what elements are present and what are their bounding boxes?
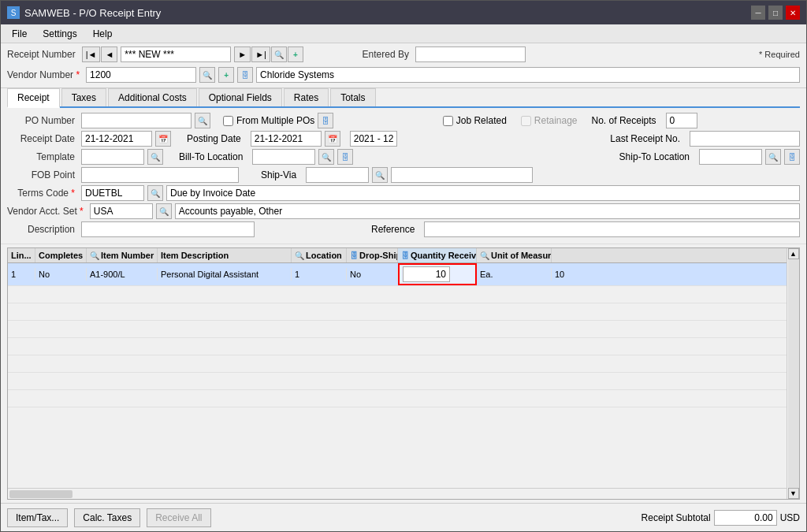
vendor-add-button[interactable]: + xyxy=(218,67,234,83)
vendor-info-button[interactable]: 🗄 xyxy=(237,67,253,83)
ship-via-input[interactable] xyxy=(306,167,369,183)
vendor-acct-set-search-button[interactable]: 🔍 xyxy=(156,203,172,219)
ship-to-info-button[interactable]: 🗄 xyxy=(784,149,800,165)
grid-main: Lin... Completes ... 🔍 Item Number Item … xyxy=(8,248,787,499)
bill-to-location-label: Bill-To Location xyxy=(179,151,243,162)
nav-first-button[interactable]: |◄ xyxy=(82,47,101,62)
col-desc-label: Item Description xyxy=(161,251,229,260)
receipt-date-calendar[interactable]: 📅 xyxy=(155,131,171,147)
new-receipt-button[interactable]: + xyxy=(288,47,303,62)
qty-received-input[interactable] xyxy=(403,266,450,282)
location-search-icon: 🔍 xyxy=(295,251,304,260)
vendor-acct-set-input[interactable] xyxy=(90,203,153,219)
horizontal-scrollbar[interactable] xyxy=(8,488,787,499)
retainage-label: Retainage xyxy=(534,115,578,126)
description-input[interactable] xyxy=(81,221,255,237)
table-row xyxy=(8,286,787,303)
multiple-pos-info-button[interactable]: 🗄 xyxy=(318,113,333,128)
scroll-thumb[interactable] xyxy=(9,490,73,498)
posting-date-input[interactable] xyxy=(251,131,322,147)
calc-taxes-button[interactable]: Calc. Taxes xyxy=(74,508,140,527)
from-multiple-pos-label: From Multiple POs xyxy=(236,115,314,126)
main-window: S SAMWEB - P/O Receipt Entry ─ □ ✕ File … xyxy=(0,0,807,532)
receipt-number-label: Receipt Number xyxy=(7,49,79,60)
fob-row: FOB Point Ship-Via 🔍 xyxy=(7,167,800,183)
retainage-checkbox[interactable] xyxy=(521,116,531,126)
bill-to-info-button[interactable]: 🗄 xyxy=(337,149,353,165)
col-location-label: Location xyxy=(306,251,342,260)
receipt-number-input[interactable] xyxy=(121,47,231,62)
terms-code-search-button[interactable]: 🔍 xyxy=(147,185,163,201)
receipt-date-row: Receipt Date 📅 Posting Date 📅 Last Recei… xyxy=(7,131,800,147)
receipt-subtotal-label: Receipt Subtotal xyxy=(642,512,711,523)
tab-rates[interactable]: Rates xyxy=(284,88,329,106)
entered-by-input[interactable] xyxy=(415,47,526,62)
table-row xyxy=(8,321,787,338)
bill-to-location-input[interactable] xyxy=(252,149,315,165)
receive-all-button[interactable]: Receive All xyxy=(147,508,210,527)
ship-to-search-button[interactable]: 🔍 xyxy=(765,149,781,165)
ship-via-search-button[interactable]: 🔍 xyxy=(372,167,388,183)
template-input[interactable] xyxy=(81,149,144,165)
po-number-label: PO Number xyxy=(7,115,78,126)
vendor-name-input xyxy=(256,67,800,83)
ship-to-location-input[interactable] xyxy=(699,149,762,165)
col-qty-label: Quantity Received xyxy=(411,251,477,260)
tab-optional-fields[interactable]: Optional Fields xyxy=(199,88,282,106)
vertical-scrollbar[interactable]: ▲ ▼ xyxy=(787,248,799,499)
cell-completes: No xyxy=(35,268,87,281)
period-input[interactable] xyxy=(350,131,397,147)
search-receipt-button[interactable]: 🔍 xyxy=(271,47,287,62)
terms-code-input[interactable] xyxy=(81,185,144,201)
cell-item-desc: Personal Digital Assistant xyxy=(158,268,292,281)
tab-additional-costs[interactable]: Additional Costs xyxy=(108,88,197,106)
reference-input[interactable] xyxy=(424,221,800,237)
maximize-button[interactable]: □ xyxy=(768,6,783,20)
receipt-date-input[interactable] xyxy=(81,131,152,147)
menu-help[interactable]: Help xyxy=(85,27,121,41)
close-button[interactable]: ✕ xyxy=(786,6,800,20)
vendor-number-input[interactable] xyxy=(86,67,196,83)
menu-settings[interactable]: Settings xyxy=(35,27,84,41)
po-number-input[interactable] xyxy=(81,113,192,128)
no-of-receipts-input[interactable] xyxy=(666,113,697,128)
nav-next-button[interactable]: ► xyxy=(234,47,251,62)
cell-qty-received[interactable] xyxy=(398,263,477,285)
entered-by-label: Entered By xyxy=(357,49,412,60)
bill-to-search-button[interactable]: 🔍 xyxy=(318,149,334,165)
po-search-button[interactable]: 🔍 xyxy=(195,113,210,128)
table-row xyxy=(8,303,787,321)
cell-line: 1 xyxy=(8,268,35,281)
vendor-search-button[interactable]: 🔍 xyxy=(199,67,215,83)
nav-prev-button[interactable]: ◄ xyxy=(101,47,117,62)
minimize-button[interactable]: ─ xyxy=(751,6,765,20)
tab-receipt[interactable]: Receipt xyxy=(7,88,60,108)
statusbar: Item/Tax... Calc. Taxes Receive All Rece… xyxy=(1,503,806,531)
tab-taxes[interactable]: Taxes xyxy=(61,88,106,106)
item-tax-button[interactable]: Item/Tax... xyxy=(7,508,68,527)
menu-file[interactable]: File xyxy=(4,27,35,41)
template-search-button[interactable]: 🔍 xyxy=(147,149,163,165)
nav-last-button[interactable]: ►| xyxy=(251,47,270,62)
cell-line-value: 1 xyxy=(11,270,16,279)
col-dropship-label: Drop-Ship xyxy=(359,251,398,260)
grid-body[interactable]: 1 No A1-900/L Personal Digital Assistant xyxy=(8,263,787,488)
table-row[interactable]: 1 No A1-900/L Personal Digital Assistant xyxy=(8,263,787,286)
no-of-receipts-label: No. of Receipts xyxy=(592,115,656,126)
last-receipt-no-input[interactable] xyxy=(690,131,800,147)
scroll-down-button[interactable]: ▼ xyxy=(788,488,799,499)
posting-date-calendar[interactable]: 📅 xyxy=(325,131,340,147)
tab-totals[interactable]: Totals xyxy=(330,88,375,106)
uom-search-icon: 🔍 xyxy=(480,251,489,260)
scroll-up-button[interactable]: ▲ xyxy=(788,248,799,259)
tabs: Receipt Taxes Additional Costs Optional … xyxy=(7,88,800,108)
terms-code-row: Terms Code 🔍 xyxy=(7,185,800,201)
ship-via-desc-input[interactable] xyxy=(391,167,533,183)
from-multiple-pos-checkbox[interactable] xyxy=(223,116,233,126)
job-related-checkbox[interactable] xyxy=(443,116,453,126)
table-row xyxy=(8,373,787,390)
fob-point-input[interactable] xyxy=(81,167,239,183)
col-header-line: Lin... xyxy=(8,248,35,262)
col-header-qty: 🗄 Quantity Received xyxy=(398,248,477,262)
po-number-row: PO Number 🔍 From Multiple POs 🗄 Job Rela… xyxy=(7,113,800,128)
